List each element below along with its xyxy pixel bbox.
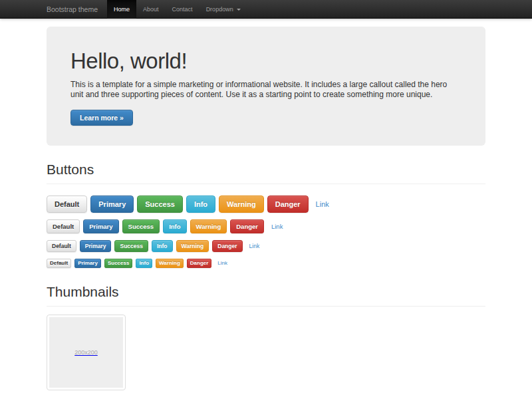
button-row-xs: DefaultPrimarySuccessInfoWarningDangerLi… [47, 259, 485, 268]
danger-button-md[interactable]: Danger [230, 219, 264, 233]
warning-button-xs[interactable]: Warning [156, 259, 184, 268]
primary-button-sm[interactable]: Primary [80, 240, 112, 252]
thumbnail-grid: 200x200 [47, 315, 485, 390]
thumbnail-placeholder-image: 200x200 [49, 317, 123, 388]
navbar-menu: HomeAboutContactDropdown [107, 0, 247, 19]
info-button-xs[interactable]: Info [136, 259, 152, 268]
caret-down-icon [237, 9, 241, 11]
link-button-xs[interactable]: Link [217, 260, 227, 266]
primary-button-xs[interactable]: Primary [74, 259, 101, 268]
button-row-lg: DefaultPrimarySuccessInfoWarningDangerLi… [47, 196, 485, 213]
main-content: Hello, world! This is a template for a s… [47, 27, 485, 390]
danger-button-sm[interactable]: Danger [212, 240, 242, 252]
buttons-section-heading: Buttons [47, 162, 485, 184]
nav-link-dropdown[interactable]: Dropdown [200, 0, 248, 19]
danger-button-lg[interactable]: Danger [267, 196, 309, 213]
learn-more-button[interactable]: Learn more » [70, 110, 133, 126]
link-button-sm[interactable]: Link [249, 243, 260, 249]
thumbnails-section-heading: Thumbnails [47, 284, 485, 307]
info-button-md[interactable]: Info [163, 219, 186, 233]
success-button-sm[interactable]: Success [114, 240, 148, 252]
navbar-brand[interactable]: Bootstrap theme [47, 0, 98, 19]
nav-item-dropdown: Dropdown [200, 0, 248, 19]
primary-button-lg[interactable]: Primary [90, 196, 134, 213]
navbar: Bootstrap theme HomeAboutContactDropdown [0, 0, 532, 19]
danger-button-xs[interactable]: Danger [187, 259, 212, 268]
primary-button-md[interactable]: Primary [83, 219, 118, 233]
link-button-md[interactable]: Link [271, 223, 283, 230]
hero-description: This is a template for a simple marketin… [70, 80, 462, 100]
nav-link-contact[interactable]: Contact [166, 0, 200, 19]
info-button-lg[interactable]: Info [186, 196, 215, 213]
warning-button-lg[interactable]: Warning [219, 196, 264, 213]
default-button-md[interactable]: Default [47, 219, 80, 233]
thumbnail-item[interactable]: 200x200 [47, 315, 126, 390]
info-button-sm[interactable]: Info [152, 240, 173, 252]
nav-link-about[interactable]: About [136, 0, 166, 19]
default-button-lg[interactable]: Default [47, 196, 87, 213]
button-rows: DefaultPrimarySuccessInfoWarningDangerLi… [47, 196, 485, 268]
button-row-sm: DefaultPrimarySuccessInfoWarningDangerLi… [47, 240, 485, 252]
nav-item-home: Home [107, 0, 136, 19]
link-button-lg[interactable]: Link [316, 200, 329, 208]
default-button-sm[interactable]: Default [47, 240, 76, 252]
nav-item-contact: Contact [166, 0, 200, 19]
nav-link-home[interactable]: Home [107, 0, 136, 19]
success-button-lg[interactable]: Success [137, 196, 183, 213]
success-button-md[interactable]: Success [122, 219, 160, 233]
warning-button-sm[interactable]: Warning [176, 240, 209, 252]
warning-button-md[interactable]: Warning [190, 219, 227, 233]
hero-title: Hello, world! [70, 49, 462, 74]
thumbnail-placeholder-label: 200x200 [74, 349, 98, 356]
default-button-xs[interactable]: Default [47, 259, 71, 268]
hero-unit: Hello, world! This is a template for a s… [47, 27, 485, 146]
button-row-md: DefaultPrimarySuccessInfoWarningDangerLi… [47, 219, 485, 233]
success-button-xs[interactable]: Success [104, 259, 132, 268]
nav-item-about: About [136, 0, 166, 19]
